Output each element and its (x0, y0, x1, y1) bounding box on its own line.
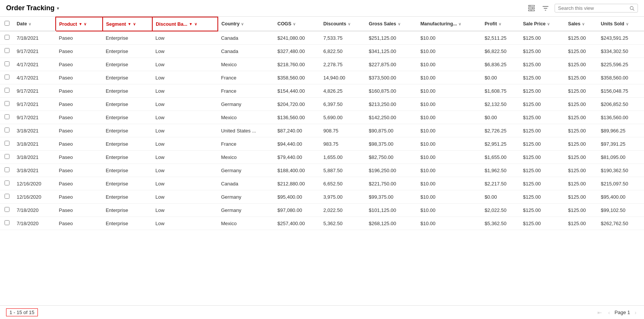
cell-profit: $1,962.50 (481, 164, 520, 177)
search-input[interactable] (558, 5, 627, 11)
cell-sale_price: $125.00 (520, 190, 565, 204)
col-header-discount-band[interactable]: Discount Ba... ▼ ∨ (152, 17, 218, 31)
cell-units_sold: $136,560.00 (598, 111, 644, 124)
table-row: 9/17/2021PaseoEnterpriseLowMexico$136,56… (0, 111, 644, 124)
sort-icon-cogs: ∨ (293, 22, 295, 26)
cell-gross_sales: $341,125.00 (366, 45, 417, 58)
cell-segment: Enterprise (103, 31, 152, 45)
cell-manufacturing: $10.00 (417, 58, 482, 71)
cell-sales: $125.00 (565, 84, 598, 98)
row-checkbox[interactable] (5, 88, 9, 93)
prev-page-button[interactable]: ‹ (606, 309, 611, 316)
svg-rect-0 (528, 5, 535, 6)
cell-sales: $125.00 (565, 58, 598, 71)
cell-segment: Enterprise (103, 137, 152, 151)
next-page-button[interactable]: › (633, 309, 638, 316)
cell-profit: $0.00 (481, 111, 520, 124)
row-checkbox[interactable] (5, 48, 9, 53)
cell-gross_sales: $268,125.00 (366, 217, 417, 230)
cell-units_sold: $225,596.25 (598, 58, 644, 71)
cell-cogs: $154,440.00 (274, 84, 320, 98)
cell-sales: $125.00 (565, 137, 598, 151)
cell-product: Paseo (56, 71, 103, 84)
select-all-checkbox[interactable] (5, 21, 9, 26)
row-checkbox[interactable] (5, 114, 9, 119)
cell-product: Paseo (56, 204, 103, 217)
cell-profit: $0.00 (481, 190, 520, 204)
row-checkbox[interactable] (5, 128, 9, 132)
sort-icon-sales: ∨ (582, 22, 585, 26)
col-header-sales[interactable]: Sales ∨ (565, 17, 598, 31)
col-header-units-sold[interactable]: Units Sold ∨ (598, 17, 644, 31)
cell-sale_price: $125.00 (520, 111, 565, 124)
cell-sales: $125.00 (565, 98, 598, 111)
col-header-profit[interactable]: Profit ∨ (481, 17, 520, 31)
cell-sales: $125.00 (565, 151, 598, 164)
col-header-product[interactable]: Product ▼ ∨ (56, 17, 103, 31)
row-checkbox[interactable] (5, 141, 9, 146)
checkbox-header[interactable] (0, 17, 14, 31)
cell-sale_price: $125.00 (520, 124, 565, 137)
cell-manufacturing: $10.00 (417, 31, 482, 45)
cell-cogs: $327,480.00 (274, 45, 320, 58)
col-header-cogs[interactable]: COGS ∨ (274, 17, 320, 31)
col-label-segment: Segment (106, 22, 126, 27)
cell-discount_band: Low (152, 137, 218, 151)
cell-discount_band: Low (152, 31, 218, 45)
row-checkbox[interactable] (5, 61, 9, 66)
filter-button[interactable] (541, 4, 550, 13)
cell-sale_price: $125.00 (520, 71, 565, 84)
col-header-gross-sales[interactable]: Gross Sales ∨ (366, 17, 417, 31)
row-checkbox[interactable] (5, 101, 9, 106)
cell-units_sold: $243,591.25 (598, 31, 644, 45)
cell-gross_sales: $90,875.00 (366, 124, 417, 137)
filter-icon-segment: ▼ (128, 22, 131, 26)
row-checkbox[interactable] (5, 35, 9, 40)
sort-icon-discounts: ∨ (348, 22, 350, 26)
cell-date: 3/18/2021 (14, 124, 56, 137)
cell-units_sold: $358,560.00 (598, 71, 644, 84)
cell-segment: Enterprise (103, 217, 152, 230)
cell-discounts: 4,826.25 (320, 84, 366, 98)
table-row: 12/16/2020PaseoEnterpriseLowGermany$95,4… (0, 190, 644, 204)
cell-profit: $0.00 (481, 71, 520, 84)
title-chevron-icon[interactable]: ▾ (57, 6, 59, 11)
cell-discount_band: Low (152, 204, 218, 217)
row-checkbox[interactable] (5, 167, 9, 172)
row-checkbox[interactable] (5, 75, 9, 79)
cell-sales: $125.00 (565, 124, 598, 137)
cell-discount_band: Low (152, 84, 218, 98)
col-header-segment[interactable]: Segment ▼ ∨ (103, 17, 152, 31)
row-checkbox[interactable] (5, 220, 9, 225)
cell-manufacturing: $10.00 (417, 45, 482, 58)
table-row: 4/17/2021PaseoEnterpriseLowFrance$358,56… (0, 71, 644, 84)
row-checkbox[interactable] (5, 154, 9, 159)
sort-icon-units-sold: ∨ (626, 22, 628, 26)
svg-line-7 (633, 9, 634, 10)
row-checkbox[interactable] (5, 207, 9, 212)
cell-gross_sales: $98,375.00 (366, 137, 417, 151)
cell-discounts: 2,278.75 (320, 58, 366, 71)
cell-sale_price: $125.00 (520, 177, 565, 190)
col-header-manufacturing[interactable]: Manufacturing... ∨ (417, 17, 482, 31)
col-header-country[interactable]: Country ∨ (218, 17, 274, 31)
col-header-sale-price[interactable]: Sale Price ∨ (520, 17, 565, 31)
cell-units_sold: $190,362.50 (598, 164, 644, 177)
sort-icon-profit: ∨ (499, 22, 501, 26)
cell-date: 9/17/2021 (14, 45, 56, 58)
table-settings-button[interactable] (527, 3, 536, 13)
cell-units_sold: $334,302.50 (598, 45, 644, 58)
cell-country: Canada (218, 31, 274, 45)
col-header-date[interactable]: Date ∨ (14, 17, 56, 31)
cell-segment: Enterprise (103, 45, 152, 58)
cell-sales: $125.00 (565, 164, 598, 177)
cell-discounts: 908.75 (320, 124, 366, 137)
row-checkbox[interactable] (5, 194, 9, 199)
table-row: 4/17/2021PaseoEnterpriseLowMexico$218,76… (0, 58, 644, 71)
cell-manufacturing: $10.00 (417, 217, 482, 230)
cell-date: 3/18/2021 (14, 137, 56, 151)
first-page-button[interactable]: ⇤ (596, 309, 603, 316)
col-header-discounts[interactable]: Discounts ∨ (320, 17, 366, 31)
cell-discounts: 6,397.50 (320, 98, 366, 111)
row-checkbox[interactable] (5, 181, 9, 185)
